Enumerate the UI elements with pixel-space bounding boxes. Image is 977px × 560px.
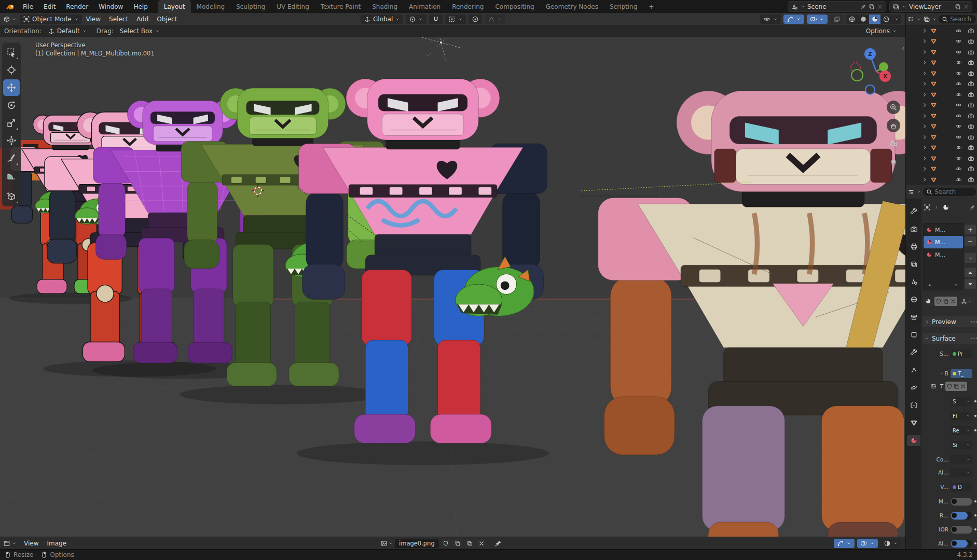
expand-chevron-icon[interactable] bbox=[921, 80, 928, 87]
expand-chevron-icon[interactable] bbox=[921, 70, 928, 77]
editor-type-selector[interactable] bbox=[0, 16, 20, 23]
overlays-toggle[interactable] bbox=[857, 539, 878, 548]
tab-world[interactable] bbox=[907, 294, 920, 305]
tab-geometry-nodes[interactable]: Geometry Nodes bbox=[540, 0, 604, 13]
shading-solid-button[interactable] bbox=[858, 15, 869, 24]
expand-chevron-icon[interactable] bbox=[921, 113, 928, 119]
hide-eye-icon[interactable] bbox=[955, 165, 962, 172]
transform-orientation-dropdown[interactable]: Global bbox=[361, 15, 403, 24]
tab-material[interactable] bbox=[907, 435, 920, 446]
camera-visibility-icon[interactable] bbox=[968, 80, 974, 87]
outliner-row[interactable] bbox=[906, 121, 977, 132]
hide-eye-icon[interactable] bbox=[955, 134, 962, 141]
tool-annotate[interactable] bbox=[3, 150, 20, 166]
outliner-search-input[interactable]: Search bbox=[939, 15, 976, 23]
image-name-field[interactable]: image0.png bbox=[395, 539, 439, 548]
slot-move-up-button[interactable] bbox=[965, 268, 976, 277]
navigation-gizmo[interactable]: Z X bbox=[849, 45, 899, 96]
material-user-buttons[interactable] bbox=[934, 297, 957, 306]
properties-editor-icon[interactable] bbox=[907, 188, 915, 195]
new-scene-icon[interactable] bbox=[869, 4, 875, 10]
hide-eye-icon[interactable] bbox=[955, 91, 962, 98]
menu-edit[interactable]: Edit bbox=[38, 0, 61, 13]
hide-eye-icon[interactable] bbox=[955, 176, 962, 183]
browse-material-button[interactable] bbox=[923, 297, 933, 306]
tab-object[interactable] bbox=[907, 329, 920, 340]
camera-visibility-icon[interactable] bbox=[968, 113, 974, 119]
alpha-mode-dropdown[interactable] bbox=[951, 468, 972, 477]
tool-cursor[interactable] bbox=[3, 62, 20, 78]
material-slot-selected[interactable]: M... bbox=[924, 236, 963, 248]
menu-add[interactable]: Add bbox=[132, 16, 153, 23]
projection-dropdown[interactable]: Fl bbox=[951, 412, 972, 421]
scene-selector[interactable]: Scene bbox=[788, 1, 886, 12]
extension-dropdown[interactable]: Re bbox=[951, 426, 972, 435]
outliner-filter-icon[interactable] bbox=[923, 16, 930, 23]
tab-scripting[interactable]: Scripting bbox=[604, 0, 643, 13]
preview-section-header[interactable]: Preview bbox=[923, 316, 977, 327]
ior-slider[interactable] bbox=[951, 526, 972, 534]
outliner-row[interactable] bbox=[906, 89, 977, 100]
hide-eye-icon[interactable] bbox=[955, 27, 962, 34]
expand-chevron-icon[interactable] bbox=[921, 59, 928, 66]
viewport[interactable]: User Perspective (1) Collection | M_MED_… bbox=[0, 37, 905, 537]
menu-render[interactable]: Render bbox=[61, 0, 93, 13]
unpack-image-button[interactable] bbox=[464, 539, 475, 548]
tool-transform[interactable] bbox=[3, 132, 20, 149]
add-workspace-button[interactable]: + bbox=[643, 0, 659, 13]
tab-layout[interactable]: Layout bbox=[158, 0, 191, 13]
viewport-canvas[interactable] bbox=[0, 37, 905, 537]
menu-view[interactable]: View bbox=[20, 540, 43, 547]
outliner-row[interactable] bbox=[906, 143, 977, 153]
expand-chevron-icon[interactable] bbox=[921, 91, 928, 98]
zoom-button[interactable] bbox=[887, 101, 900, 114]
alpha-slider[interactable] bbox=[951, 540, 972, 548]
outliner-row[interactable] bbox=[906, 110, 977, 121]
options-dropdown[interactable]: Options bbox=[863, 26, 900, 36]
pan-hand-button[interactable] bbox=[887, 119, 900, 132]
outliner-row[interactable] bbox=[906, 164, 977, 175]
grip-handle-icon[interactable] bbox=[954, 282, 960, 288]
menu-image[interactable]: Image bbox=[43, 540, 71, 547]
outliner-row[interactable] bbox=[906, 25, 977, 36]
expand-chevron-icon[interactable] bbox=[921, 144, 928, 151]
blender-logo-icon[interactable] bbox=[3, 0, 18, 13]
tool-move[interactable] bbox=[3, 79, 20, 96]
object-context-icon[interactable] bbox=[924, 204, 931, 211]
remove-slot-button[interactable] bbox=[965, 236, 976, 246]
menu-file[interactable]: File bbox=[18, 0, 38, 13]
tab-constraints[interactable] bbox=[907, 400, 920, 411]
mode-dropdown[interactable]: Object Mode bbox=[20, 15, 82, 24]
tab-collection[interactable] bbox=[907, 312, 920, 323]
camera-view-button[interactable] bbox=[887, 137, 900, 150]
hide-eye-icon[interactable] bbox=[955, 144, 962, 151]
hide-eye-icon[interactable] bbox=[955, 59, 962, 66]
hide-eye-icon[interactable] bbox=[955, 155, 962, 162]
tab-sculpting[interactable]: Sculpting bbox=[230, 0, 271, 13]
slot-specials-dropdown[interactable] bbox=[965, 253, 976, 263]
hide-eye-icon[interactable] bbox=[955, 102, 962, 108]
outliner-row[interactable] bbox=[906, 132, 977, 143]
proportional-edit-toggle[interactable] bbox=[469, 15, 482, 24]
pin-icon[interactable] bbox=[860, 4, 866, 10]
tool-rotate[interactable] bbox=[3, 97, 20, 114]
slot-move-down-button[interactable] bbox=[965, 279, 976, 289]
tab-compositing[interactable]: Compositing bbox=[489, 0, 540, 13]
pin-icon[interactable] bbox=[969, 204, 975, 211]
drag-dropdown[interactable]: Select Box bbox=[117, 26, 163, 36]
roughness-slider[interactable] bbox=[951, 512, 972, 520]
expand-chevron-icon[interactable] bbox=[921, 102, 928, 108]
gizmos-toggle[interactable] bbox=[783, 15, 804, 24]
tab-modeling[interactable]: Modeling bbox=[191, 0, 231, 13]
pivot-point-dropdown[interactable] bbox=[406, 15, 426, 24]
camera-visibility-icon[interactable] bbox=[968, 102, 974, 108]
metallic-slider[interactable] bbox=[951, 498, 972, 506]
outliner-row[interactable] bbox=[906, 79, 977, 90]
panel-collapse-arrow[interactable]: ‹ bbox=[902, 44, 904, 52]
properties-search-input[interactable]: Search bbox=[923, 188, 976, 196]
new-image-button[interactable] bbox=[452, 539, 463, 548]
camera-visibility-icon[interactable] bbox=[968, 176, 974, 183]
camera-visibility-icon[interactable] bbox=[968, 155, 974, 162]
shading-dropdown[interactable] bbox=[892, 15, 901, 24]
tab-view-layer[interactable] bbox=[907, 259, 920, 270]
